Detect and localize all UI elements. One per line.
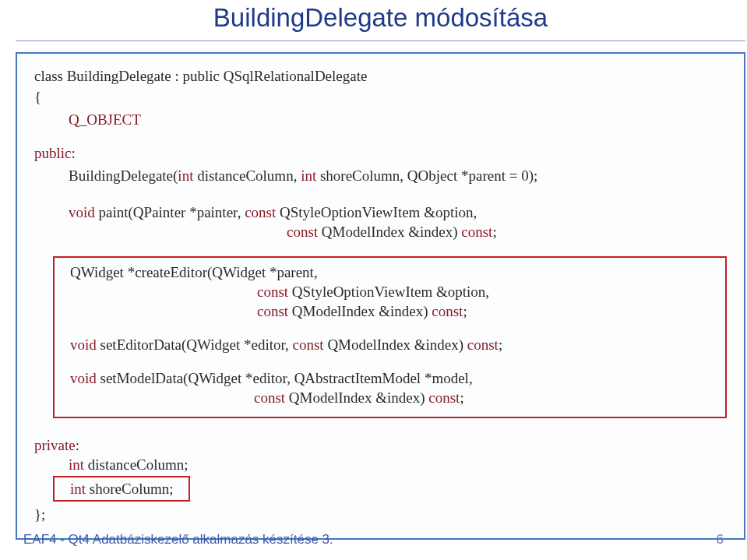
highlight-box-methods: QWidget *createEditor(QWidget *parent, c… [53, 256, 727, 418]
keyword-const: const [287, 224, 318, 240]
keyword-const: const [254, 389, 285, 406]
ctor-arg1: distanceColumn, [193, 167, 301, 184]
paint-method: void paint(QPainter *painter, const QSty… [34, 203, 727, 241]
public-label: public: [34, 143, 727, 163]
keyword-void: void [70, 370, 97, 386]
smd-text3: ; [460, 389, 463, 406]
paint-text4: ; [492, 224, 496, 240]
keyword-int: int [70, 481, 86, 497]
ctor-arg2: shoreColumn, QObject *parent = 0); [316, 167, 537, 184]
keyword-const: const [428, 389, 460, 406]
keyword-const: const [245, 204, 276, 220]
close-brace: }; [34, 505, 727, 524]
page-number: 6 [717, 532, 724, 548]
set-editor-data-method: void setEditorData(QWidget *editor, cons… [70, 335, 713, 354]
paint-text2: QStyleOptionViewItem &option, [276, 204, 477, 220]
sed-text1: setEditorData(QWidget *editor, [97, 336, 293, 353]
footer-text: EAF4 - Qt4 Adatbáziskezelő alkalmazás ké… [23, 532, 333, 548]
set-model-data-method: void setModelData(QWidget *editor, QAbst… [70, 368, 713, 407]
ce-text3: QModelIndex &index) [288, 303, 432, 319]
keyword-const: const [293, 336, 324, 353]
smd-text2: QModelIndex &index) [285, 389, 428, 406]
private-label: private: [34, 435, 727, 455]
keyword-const: const [467, 336, 499, 353]
dist-text: distanceColumn; [84, 456, 189, 473]
keyword-int: int [69, 456, 84, 473]
sed-text2: QModelIndex &index) [324, 336, 467, 353]
slide-footer: EAF4 - Qt4 Adatbáziskezelő alkalmazás ké… [23, 532, 724, 548]
keyword-void: void [69, 204, 95, 220]
keyword-int: int [178, 167, 193, 184]
qobject-macro: Q_OBJECT [34, 110, 727, 129]
paint-text1: paint(QPainter *painter, [95, 204, 245, 220]
slide: BuildingDelegate módosítása buildingdele… [0, 0, 747, 560]
slide-title: BuildingDelegate módosítása [16, 3, 745, 41]
ce-text2: QStyleOptionViewItem &option, [288, 284, 489, 300]
code-box: class BuildingDelegate : public QSqlRela… [16, 52, 745, 540]
highlight-box-member: int shoreColumn; [53, 476, 190, 502]
shore-text: shoreColumn; [86, 481, 173, 497]
sed-text3: ; [499, 336, 502, 353]
paint-text3: QModelIndex &index) [318, 224, 461, 240]
distance-column-member: int distanceColumn; [34, 455, 727, 474]
class-declaration: class BuildingDelegate : public QSqlRela… [34, 66, 727, 86]
smd-text1: setModelData(QWidget *editor, QAbstractI… [97, 370, 473, 386]
keyword-const: const [257, 284, 288, 300]
ce-text4: ; [463, 303, 467, 319]
create-editor-method: QWidget *createEditor(QWidget *parent, c… [70, 262, 713, 321]
keyword-const: const [432, 303, 463, 319]
open-brace: { [34, 87, 727, 107]
keyword-int: int [301, 167, 316, 184]
keyword-const: const [257, 303, 288, 319]
ce-text1: QWidget *createEditor(QWidget *parent, [70, 264, 318, 280]
keyword-const: const [461, 224, 492, 240]
constructor-line: BuildingDelegate(int distanceColumn, int… [34, 166, 727, 185]
keyword-void: void [70, 336, 97, 353]
ctor-name: BuildingDelegate( [69, 167, 178, 184]
